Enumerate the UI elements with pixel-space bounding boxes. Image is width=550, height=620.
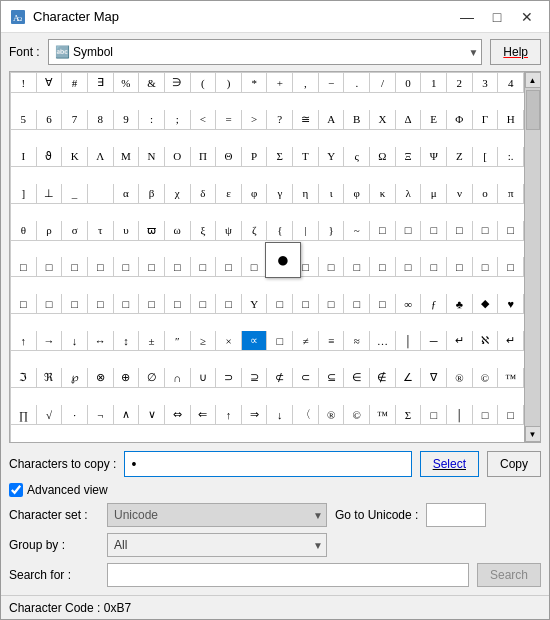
- char-cell[interactable]: ∅: [139, 368, 165, 388]
- char-cell[interactable]: ∏: [11, 405, 37, 425]
- char-cell[interactable]: ξ: [191, 221, 217, 241]
- char-cell[interactable]: □: [370, 294, 396, 314]
- scroll-up-button[interactable]: ▲: [525, 72, 541, 88]
- advanced-view-checkbox[interactable]: [9, 483, 23, 497]
- char-cell[interactable]: {: [267, 221, 293, 241]
- char-cell[interactable]: Ε: [421, 110, 447, 130]
- char-cell[interactable]: ∩: [165, 368, 191, 388]
- char-cell[interactable]: ς: [344, 147, 370, 167]
- char-cell[interactable]: □: [319, 294, 345, 314]
- char-cell[interactable]: .: [344, 73, 370, 93]
- copy-button[interactable]: Copy: [487, 451, 541, 477]
- search-for-input[interactable]: [107, 563, 469, 587]
- char-cell[interactable]: Ν: [139, 147, 165, 167]
- char-cell[interactable]: ∉: [370, 368, 396, 388]
- char-cell[interactable]: □: [37, 257, 63, 277]
- char-cell[interactable]: ,: [293, 73, 319, 93]
- char-cell[interactable]: □: [473, 257, 499, 277]
- char-cell[interactable]: Τ: [293, 147, 319, 167]
- char-cell[interactable]: Η: [498, 110, 524, 130]
- char-cell[interactable]: (: [191, 73, 217, 93]
- char-cell[interactable]: #: [62, 73, 88, 93]
- char-cell[interactable]: □: [242, 257, 268, 277]
- scrollbar[interactable]: ▲ ▼: [524, 72, 540, 442]
- char-cell[interactable]: □: [344, 294, 370, 314]
- char-cell[interactable]: □: [216, 257, 242, 277]
- char-cell[interactable]: Ψ: [421, 147, 447, 167]
- char-cell[interactable]: φ: [242, 184, 268, 204]
- char-cell[interactable]: ∠: [396, 368, 422, 388]
- char-cell[interactable]: □: [319, 257, 345, 277]
- char-cell[interactable]: }: [319, 221, 345, 241]
- char-cell[interactable]: □: [11, 257, 37, 277]
- char-cell[interactable]: Υ: [242, 294, 268, 314]
- char-cell[interactable]: ®: [447, 368, 473, 388]
- char-cell[interactable]: ℘: [62, 368, 88, 388]
- char-cell[interactable]: ≈: [344, 331, 370, 351]
- char-cell[interactable]: ¬: [88, 405, 114, 425]
- char-cell[interactable]: □: [498, 221, 524, 241]
- char-cell[interactable]: Ξ: [396, 147, 422, 167]
- char-cell[interactable]: :: [139, 110, 165, 130]
- char-cell[interactable]: Ζ: [447, 147, 473, 167]
- char-cell[interactable]: ∞: [396, 294, 422, 314]
- char-cell[interactable]: □: [88, 257, 114, 277]
- char-cell[interactable]: ο: [473, 184, 499, 204]
- char-cell[interactable]: 8: [88, 110, 114, 130]
- char-cell[interactable]: Κ: [62, 147, 88, 167]
- char-cell[interactable]: ∨: [139, 405, 165, 425]
- char-cell[interactable]: λ: [396, 184, 422, 204]
- char-cell[interactable]: □: [473, 405, 499, 425]
- char-cell[interactable]: ⊥: [37, 184, 63, 204]
- char-cell[interactable]: □: [293, 294, 319, 314]
- char-cell[interactable]: ×: [216, 331, 242, 351]
- char-cell[interactable]: ⊗: [88, 368, 114, 388]
- char-cell[interactable]: 2: [447, 73, 473, 93]
- char-cell[interactable]: Ρ: [242, 147, 268, 167]
- char-cell[interactable]: □: [191, 257, 217, 277]
- char-cell[interactable]: /: [370, 73, 396, 93]
- char-cell[interactable]: 1: [421, 73, 447, 93]
- char-cell[interactable]: δ: [191, 184, 217, 204]
- char-cell[interactable]: 5: [11, 110, 37, 130]
- char-cell[interactable]: □: [421, 221, 447, 241]
- char-cell[interactable]: ↓: [62, 331, 88, 351]
- char-cell[interactable]: ]: [11, 184, 37, 204]
- char-cell[interactable]: ∇: [421, 368, 447, 388]
- char-cell[interactable]: ±: [139, 331, 165, 351]
- char-cell[interactable]: [88, 184, 114, 204]
- char-cell[interactable]: ™: [370, 405, 396, 425]
- char-cell[interactable]: κ: [370, 184, 396, 204]
- char-cell[interactable]: 4: [498, 73, 524, 93]
- char-cell[interactable]: β: [139, 184, 165, 204]
- char-cell[interactable]: Χ: [370, 110, 396, 130]
- scrollbar-thumb[interactable]: [526, 90, 540, 130]
- char-cell[interactable]: ↑: [11, 331, 37, 351]
- char-cell[interactable]: □: [370, 257, 396, 277]
- char-cell[interactable]: ;: [165, 110, 191, 130]
- char-cell[interactable]: ™: [498, 368, 524, 388]
- char-cell[interactable]: π: [498, 184, 524, 204]
- char-cell[interactable]: Υ: [319, 147, 345, 167]
- char-cell[interactable]: :.: [498, 147, 524, 167]
- scroll-down-button[interactable]: ▼: [525, 426, 541, 442]
- char-cell[interactable]: √: [37, 405, 63, 425]
- char-cell[interactable]: ↕: [114, 331, 140, 351]
- char-cell[interactable]: !: [11, 73, 37, 93]
- char-cell[interactable]: Λ: [88, 147, 114, 167]
- char-cell[interactable]: *: [242, 73, 268, 93]
- char-cell[interactable]: ℜ: [37, 368, 63, 388]
- char-cell[interactable]: θ: [11, 221, 37, 241]
- char-cell[interactable]: μ: [421, 184, 447, 204]
- char-cell[interactable]: α: [114, 184, 140, 204]
- char-cell[interactable]: ι: [319, 184, 345, 204]
- char-cell[interactable]: ∀: [37, 73, 63, 93]
- char-cell[interactable]: □: [396, 257, 422, 277]
- char-cell[interactable]: ≡: [319, 331, 345, 351]
- char-cell[interactable]: Δ: [396, 110, 422, 130]
- char-cell[interactable]: ∝: [242, 331, 268, 351]
- help-button[interactable]: Help: [490, 39, 541, 65]
- char-cell[interactable]: %: [114, 73, 140, 93]
- char-cell[interactable]: ⇔: [165, 405, 191, 425]
- char-cell[interactable]: ⊇: [242, 368, 268, 388]
